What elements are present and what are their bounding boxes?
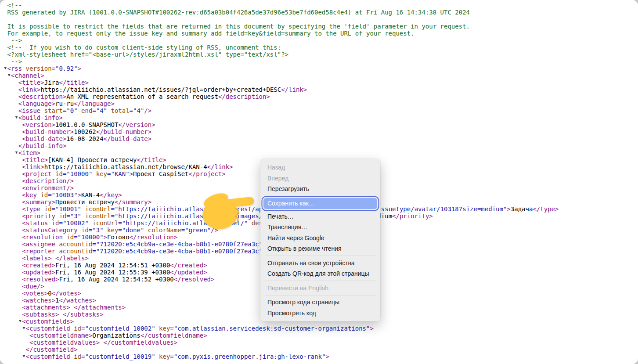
xml-line: </build-info>	[4, 142, 559, 149]
xml-line: RSS generated by JIRA (1001.0.0-SNAPSHOT…	[4, 9, 559, 16]
xml-line: -->	[4, 58, 559, 65]
xml-line: <language>ru-ru</language>	[4, 100, 559, 107]
xml-attr-name: start	[40, 107, 63, 114]
xml-text	[4, 276, 22, 283]
xml-text	[4, 170, 22, 177]
xml-text	[4, 325, 22, 332]
xml-attr-value: ="customfield_10019"	[81, 353, 155, 360]
xml-line: It is possible to restrict the fields th…	[4, 23, 559, 30]
menu-item-cast[interactable]: Трансляция…	[260, 222, 380, 233]
xml-attr-value: ="712020:e5c4cb9a-ce3e-4cba-b8b1-e0780f2…	[92, 241, 263, 248]
menu-item-search-google[interactable]: Найти через Google	[260, 233, 380, 244]
collapse-arrow-icon[interactable]: ▼	[7, 72, 11, 79]
xml-attr-name: end	[78, 107, 93, 114]
xml-tag: <attachments>	[22, 304, 70, 311]
menu-separator	[265, 295, 376, 296]
xml-tag: <description>	[18, 93, 67, 100]
xml-comment: -->	[4, 37, 22, 44]
xml-tag: </type>	[533, 205, 559, 213]
xml-tag: >	[78, 65, 81, 72]
xml-tag: </subtasks>	[63, 311, 104, 318]
xml-tag: <version>	[22, 121, 55, 128]
xml-line: <customfieldvalues> </customfieldvalues>	[4, 339, 559, 346]
xml-tag: </customfieldvalues>	[104, 339, 178, 346]
collapse-arrow-icon[interactable]: ▼	[4, 65, 7, 72]
xml-text	[4, 72, 7, 79]
xml-tag: <priority	[22, 213, 55, 220]
xml-tag: <reporter	[22, 248, 55, 255]
xml-text	[4, 79, 18, 86]
menu-item-reload[interactable]: Перезагрузить	[260, 184, 380, 195]
xml-attr-value: ="done"	[118, 227, 144, 234]
pointing-hand-icon	[195, 183, 260, 235]
xml-line: <!--	[4, 2, 559, 9]
xml-tag: </version>	[118, 121, 155, 128]
xml-tag: </build-number>	[96, 128, 151, 135]
menu-item-send-to-devices[interactable]: Отправить на свои устройства	[260, 258, 380, 269]
xml-text	[4, 318, 18, 325]
xml-text	[4, 255, 22, 262]
xml-comment: -->	[4, 58, 22, 65]
xml-text	[4, 100, 18, 107]
xml-tag: </resolved>	[174, 276, 215, 283]
xml-tag: <customfieldvalues>	[29, 339, 100, 346]
collapse-arrow-icon[interactable]: ▼	[14, 149, 18, 156]
collapse-arrow-icon[interactable]: ▼	[22, 324, 25, 332]
xml-text: 0	[48, 290, 51, 297]
xml-tag: <title>	[18, 79, 44, 86]
xml-attr-name: total	[107, 107, 130, 114]
collapse-arrow-icon[interactable]: ▼	[14, 114, 18, 121]
xml-line: <link>https://taiiichio.atlassian.net/is…	[4, 86, 559, 93]
xml-text	[4, 156, 22, 163]
xml-tag: <due/>	[22, 283, 44, 290]
xml-attr-value: ="10002"	[59, 220, 88, 227]
xml-tag: </votes>	[52, 290, 81, 297]
xml-tag: </link>	[281, 86, 307, 93]
xml-text	[4, 241, 22, 248]
xml-text	[4, 220, 22, 227]
menu-item-print[interactable]: Печать…	[260, 211, 380, 222]
xml-attr-value: ="10001"	[52, 205, 81, 213]
xml-tag: >	[370, 325, 373, 332]
xml-attr-name: id	[40, 205, 51, 213]
xml-attr-value: ="4"	[130, 107, 144, 114]
xml-text	[4, 269, 22, 276]
xml-text: Fri, 16 Aug 2024 12:55:39 +0300	[55, 269, 170, 276]
xml-line: <customfieldname>Organizations</customfi…	[4, 332, 559, 339]
xml-attr-value: ="712020:e5c4cb9a-ce3e-4cba-b8b1-e0780f2…	[92, 248, 263, 255]
xml-tag: <resolution	[22, 234, 63, 241]
xml-attr-value: ="3"	[66, 213, 81, 220]
xml-line: ▼<rss version="0.92">	[4, 65, 559, 72]
xml-text: Проект CaspiSet	[133, 170, 188, 177]
xml-comment: RSS generated by JIRA (1001.0.0-SNAPSHOT…	[4, 9, 470, 16]
xml-tag: <created>	[22, 262, 55, 269]
xml-tag: <key	[22, 191, 37, 198]
collapse-arrow-icon[interactable]: ▼	[22, 353, 25, 360]
menu-item-save-as[interactable]: Сохранить как…	[263, 198, 377, 209]
xml-text	[4, 297, 22, 304]
xml-tag: <project	[22, 170, 51, 177]
xml-text: 16-08-2024	[66, 135, 103, 142]
menu-item-view-source[interactable]: Просмотр кода страницы	[260, 297, 380, 308]
collapse-arrow-icon[interactable]: ▼	[18, 317, 22, 324]
xml-line: For example, to request only the issue k…	[4, 30, 559, 37]
xml-tag: </title>	[137, 156, 166, 163]
menu-item-inspect[interactable]: Просмотреть код	[260, 308, 380, 319]
xml-text	[70, 304, 74, 311]
xml-tag: >	[104, 234, 107, 241]
xml-text	[4, 184, 22, 191]
xml-text: Задача	[511, 205, 533, 213]
xml-attr-name: key	[92, 170, 107, 177]
xml-tag: </language>	[74, 100, 115, 107]
xml-line: ▼<customfield id="customfield_10019" key…	[4, 353, 559, 360]
xml-tag: </link>	[207, 163, 233, 170]
menu-item-reading-mode[interactable]: Открыть в режиме чтения	[260, 243, 380, 254]
xml-attr-name: id	[55, 213, 66, 220]
xml-line: -->	[4, 37, 559, 44]
xml-text: Провести встречу	[55, 198, 115, 205]
menu-item-create-qr[interactable]: Создать QR-код для этой страницы	[260, 268, 380, 279]
menu-separator	[265, 281, 376, 281]
xml-tag: </build-date>	[104, 135, 152, 142]
xml-text	[4, 177, 22, 184]
xml-text	[4, 86, 18, 93]
